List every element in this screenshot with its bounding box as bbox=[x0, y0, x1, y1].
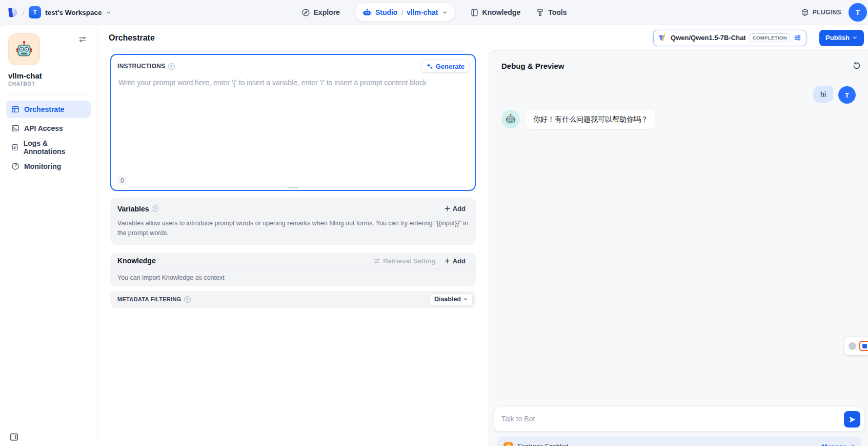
chat-area: hi T 你好！有什么问题我可以帮助你吗？ bbox=[489, 86, 868, 129]
nav-studio-current[interactable]: Studio / vllm-chat bbox=[355, 3, 455, 22]
extension-icon bbox=[859, 341, 868, 351]
user-avatar: T bbox=[838, 86, 856, 104]
knowledge-panel: Knowledge Retrieval Setting Add You can … bbox=[110, 253, 476, 286]
main-content: Orchestrate Qwen/Qwen1.5-7B-Chat COMPLET… bbox=[97, 25, 868, 446]
send-button[interactable] bbox=[844, 411, 860, 428]
account-avatar[interactable]: T bbox=[849, 3, 867, 22]
app-avatar[interactable] bbox=[8, 33, 40, 65]
sidebar-item-logs-annotations[interactable]: Logs & Annotations bbox=[6, 139, 91, 156]
book-icon bbox=[470, 8, 479, 17]
nav-knowledge[interactable]: Knowledge bbox=[470, 8, 521, 17]
instructions-title: INSTRUCTIONS bbox=[117, 63, 166, 70]
sidebar-item-label: Monitoring bbox=[24, 162, 61, 170]
model-name: Qwen/Qwen1.5-7B-Chat bbox=[671, 34, 746, 42]
prompt-editor[interactable] bbox=[111, 73, 475, 166]
resize-handle[interactable] bbox=[288, 187, 299, 188]
nav-tools-label: Tools bbox=[548, 8, 567, 16]
help-icon[interactable] bbox=[152, 205, 158, 212]
nav-knowledge-label: Knowledge bbox=[482, 8, 521, 16]
chevron-down-icon bbox=[106, 10, 111, 15]
nav-explore[interactable]: Explore bbox=[301, 8, 340, 17]
sidebar-item-label: API Access bbox=[24, 124, 63, 132]
floating-extension-widget[interactable] bbox=[844, 337, 868, 355]
model-mode-badge: COMPLETION bbox=[750, 33, 790, 42]
refresh-icon bbox=[853, 62, 861, 70]
app-sidebar: vllm-chat CHATBOT Orchestrate API Access… bbox=[0, 25, 97, 446]
generate-button[interactable]: Generate bbox=[421, 60, 470, 73]
chat-input[interactable] bbox=[501, 415, 840, 423]
help-icon[interactable] bbox=[184, 296, 191, 303]
orchestrate-config-column: INSTRUCTIONS Generate 0 Variables bbox=[97, 50, 489, 446]
retrieval-setting-button[interactable]: Retrieval Setting bbox=[370, 255, 440, 267]
workspace-avatar: T bbox=[29, 6, 41, 18]
add-variable-button[interactable]: Add bbox=[441, 203, 469, 215]
sparkles-icon bbox=[426, 63, 433, 70]
help-icon[interactable] bbox=[168, 63, 175, 70]
vllm-logo-icon bbox=[658, 33, 667, 42]
chevron-down-icon bbox=[852, 35, 858, 41]
app-operations-button[interactable] bbox=[76, 33, 89, 46]
sidebar-item-label: Orchestrate bbox=[24, 105, 65, 113]
model-selector[interactable]: Qwen/Qwen1.5-7B-Chat COMPLETION bbox=[653, 30, 806, 46]
metadata-filtering-row: METADATA FILTERING Disabled bbox=[110, 291, 476, 308]
gray-dot-icon bbox=[849, 342, 856, 350]
bot-avatar bbox=[501, 110, 520, 128]
retrieval-icon bbox=[374, 258, 380, 264]
logs-icon bbox=[11, 143, 19, 151]
robot-emoji-icon bbox=[505, 113, 516, 125]
add-knowledge-button[interactable]: Add bbox=[441, 255, 469, 267]
retrieval-label: Retrieval Setting bbox=[383, 257, 436, 265]
package-icon bbox=[801, 8, 809, 16]
generate-label: Generate bbox=[436, 63, 465, 70]
debug-preview-title: Debug & Preview bbox=[501, 62, 564, 70]
divider bbox=[7, 94, 90, 94]
variables-description: Variables allow users to introduce promp… bbox=[110, 217, 476, 245]
variables-panel: Variables Add Variables allow users to i… bbox=[110, 198, 476, 245]
features-bar: Features Enabled Manage bbox=[497, 436, 861, 446]
instructions-panel: INSTRUCTIONS Generate 0 bbox=[110, 54, 476, 191]
hammer-icon bbox=[536, 8, 544, 17]
publish-button[interactable]: Publish bbox=[819, 30, 864, 46]
arrow-right-icon bbox=[849, 443, 855, 446]
separator: / bbox=[401, 9, 403, 16]
manage-features-link[interactable]: Manage bbox=[822, 443, 855, 446]
workspace-switcher[interactable]: T test's Workspace bbox=[29, 6, 111, 18]
plugins-button[interactable]: PLUGINS bbox=[801, 8, 841, 16]
metadata-title: METADATA FILTERING bbox=[117, 296, 181, 302]
chat-message-user: hi T bbox=[501, 86, 856, 104]
robot-head-icon bbox=[362, 8, 372, 17]
separator: / bbox=[23, 8, 25, 17]
nav-current-app: vllm-chat bbox=[407, 8, 438, 16]
divider bbox=[813, 34, 813, 42]
page-header: Orchestrate Qwen/Qwen1.5-7B-Chat COMPLET… bbox=[97, 25, 868, 50]
page-title: Orchestrate bbox=[109, 33, 155, 43]
sidebar-item-api-access[interactable]: API Access bbox=[6, 120, 91, 137]
sidebar-item-orchestrate[interactable]: Orchestrate bbox=[6, 101, 91, 118]
nav-studio-label: Studio bbox=[375, 8, 398, 16]
char-count: 0 bbox=[117, 177, 127, 185]
robot-emoji-icon bbox=[15, 40, 33, 59]
plus-icon bbox=[444, 205, 451, 212]
app-root: / T test's Workspace Explore Studio / vl… bbox=[0, 0, 868, 446]
chevron-down-icon bbox=[442, 10, 448, 15]
knowledge-title: Knowledge bbox=[117, 257, 156, 265]
metadata-filtering-dropdown[interactable]: Disabled bbox=[430, 293, 473, 306]
collapse-sidebar-button[interactable] bbox=[9, 432, 19, 442]
knowledge-description: You can import Knowledge as context bbox=[110, 270, 476, 286]
app-type-label: CHATBOT bbox=[8, 81, 89, 87]
model-config-icon[interactable] bbox=[794, 34, 801, 42]
gauge-icon bbox=[11, 162, 19, 170]
nav-tools[interactable]: Tools bbox=[536, 8, 567, 17]
bot-bubble: 你好！有什么问题我可以帮助你吗？ bbox=[526, 110, 655, 129]
app-header: / T test's Workspace Explore Studio / vl… bbox=[0, 0, 868, 25]
restart-conversation-button[interactable] bbox=[851, 60, 863, 72]
variables-title: Variables bbox=[117, 205, 149, 213]
sidebar-item-monitoring[interactable]: Monitoring bbox=[6, 158, 91, 175]
collapse-sidebar-icon bbox=[9, 432, 19, 442]
dify-logo[interactable] bbox=[7, 7, 18, 18]
sidebar-item-label: Logs & Annotations bbox=[24, 139, 86, 156]
manage-label: Manage bbox=[822, 443, 846, 446]
nav-explore-label: Explore bbox=[314, 8, 340, 16]
operations-icon bbox=[78, 35, 87, 44]
plus-icon bbox=[444, 258, 451, 264]
